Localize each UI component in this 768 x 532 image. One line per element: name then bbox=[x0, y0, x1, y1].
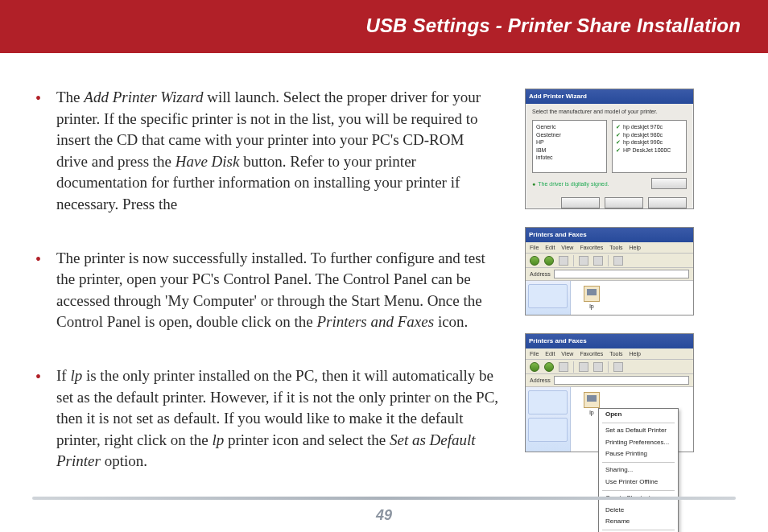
text: option. bbox=[101, 452, 147, 469]
search-icon bbox=[579, 256, 588, 266]
screenshot-context-menu: Printers and Faxes File Edit View Favori… bbox=[525, 333, 694, 452]
text-column: The Add Printer Wizard will launch. Sele… bbox=[32, 87, 499, 472]
folder-view: lp Open Set as Default Printer Printing … bbox=[571, 387, 693, 452]
content-area: The Add Printer Wizard will launch. Sele… bbox=[32, 87, 741, 472]
wizard-cancel-button bbox=[648, 197, 687, 208]
back-icon bbox=[530, 362, 539, 372]
have-disk-button bbox=[651, 178, 687, 189]
folders-icon bbox=[593, 362, 603, 372]
menu-file: File bbox=[530, 245, 539, 250]
menu-tools: Tools bbox=[609, 245, 622, 250]
ctx-printing-prefs: Printing Preferences... bbox=[599, 437, 678, 449]
ctx-set-default: Set as Default Printer bbox=[599, 425, 678, 437]
printer-icon bbox=[584, 392, 600, 408]
address-label: Address bbox=[530, 377, 551, 383]
printer-lp-icon: lp bbox=[576, 286, 608, 309]
task-pane bbox=[526, 387, 571, 452]
screenshot-column: Add Printer Wizard Select the manufactur… bbox=[525, 87, 710, 472]
bullet-1: The Add Printer Wizard will launch. Sele… bbox=[32, 87, 499, 216]
bullet-2: The printer is now successfully installe… bbox=[32, 248, 499, 333]
task-pane bbox=[526, 281, 571, 315]
address-label: Address bbox=[530, 271, 551, 277]
back-icon bbox=[530, 256, 539, 266]
menu-help: Help bbox=[630, 351, 641, 357]
ctx-offline: Use Printer Offline bbox=[599, 476, 678, 489]
forward-icon bbox=[544, 362, 554, 372]
wizard-next-button bbox=[605, 197, 643, 208]
menubar: File Edit View Favorites Tools Help bbox=[526, 348, 693, 360]
menu-file: File bbox=[530, 351, 539, 357]
menu-help: Help bbox=[630, 245, 641, 250]
menu-view: View bbox=[561, 351, 573, 357]
page-number: 49 bbox=[0, 508, 768, 522]
window-title: Printers and Faxes bbox=[529, 232, 587, 238]
window-title: Add Printer Wizard bbox=[529, 93, 587, 100]
menu-edit: Edit bbox=[545, 245, 555, 250]
folders-icon bbox=[593, 256, 603, 266]
titlebar: Printers and Faxes bbox=[526, 334, 693, 348]
up-icon bbox=[559, 256, 568, 266]
text: icon. bbox=[434, 313, 468, 330]
toolbar bbox=[526, 254, 693, 268]
emphasis: lp bbox=[70, 367, 82, 384]
up-icon bbox=[559, 362, 568, 372]
ctx-pause: Pause Printing bbox=[599, 448, 678, 460]
toolbar bbox=[526, 360, 693, 374]
menu-view: View bbox=[561, 245, 573, 250]
printer-label: lp bbox=[589, 410, 593, 415]
manual-page: USB Settings - Printer Share Installatio… bbox=[0, 0, 768, 532]
printer-list: hp deskjet 970chp deskjet 980chp deskjet… bbox=[612, 120, 687, 173]
text: If bbox=[56, 367, 70, 384]
footer-rule bbox=[32, 497, 736, 500]
menu-favorites: Favorites bbox=[580, 351, 603, 357]
emphasis: lp bbox=[212, 431, 224, 448]
printer-label: lp bbox=[589, 303, 593, 309]
text: printer icon and select the bbox=[224, 431, 390, 448]
screenshot-printers-and-faxes: Printers and Faxes File Edit View Favori… bbox=[525, 227, 694, 315]
wizard-instructions: Select the manufacturer and model of you… bbox=[532, 109, 687, 115]
address-field bbox=[554, 270, 689, 278]
menu-favorites: Favorites bbox=[580, 245, 603, 250]
page-title: USB Settings - Printer Share Installatio… bbox=[365, 14, 741, 37]
menu-tools: Tools bbox=[609, 351, 622, 357]
manufacturer-list: GenericGestetnerHPIBMinfotec bbox=[532, 120, 607, 173]
views-icon bbox=[613, 256, 623, 266]
views-icon bbox=[613, 362, 623, 372]
bullet-3: If lp is the only printer installed on t… bbox=[32, 365, 499, 472]
ctx-open: Open bbox=[599, 409, 678, 421]
emphasis: Add Printer Wizard bbox=[84, 89, 203, 105]
menubar: File Edit View Favorites Tools Help bbox=[526, 242, 693, 254]
text: The bbox=[56, 89, 84, 105]
address-field bbox=[554, 376, 689, 385]
window-title: Printers and Faxes bbox=[529, 338, 587, 344]
address-bar: Address bbox=[526, 374, 693, 387]
folder-view: lp bbox=[571, 281, 693, 315]
address-bar: Address bbox=[526, 268, 693, 281]
titlebar: Printers and Faxes bbox=[526, 228, 693, 242]
ctx-sharing: Sharing... bbox=[599, 464, 678, 476]
search-icon bbox=[579, 362, 588, 372]
screenshot-add-printer-wizard: Add Printer Wizard Select the manufactur… bbox=[525, 89, 694, 209]
signed-driver-hint: The driver is digitally signed. bbox=[532, 181, 609, 187]
wizard-back-button bbox=[561, 197, 600, 208]
emphasis: Printers and Faxes bbox=[316, 313, 434, 330]
emphasis: Have Disk bbox=[175, 153, 240, 170]
titlebar: Add Printer Wizard bbox=[526, 89, 693, 104]
printer-icon bbox=[584, 286, 600, 302]
menu-edit: Edit bbox=[545, 351, 555, 357]
forward-icon bbox=[544, 256, 554, 266]
